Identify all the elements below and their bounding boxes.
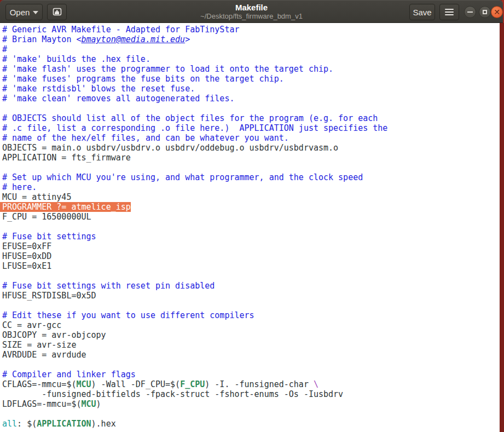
code-line: PROGRAMMER ?= atmelice_isp [2, 202, 500, 212]
code-line: # Set up which MCU you're using, and wha… [2, 172, 500, 182]
code-line: # here. [2, 182, 500, 192]
new-document-button[interactable] [47, 4, 67, 20]
code-segment: APPLICATION [37, 419, 91, 429]
code-segment: HFUSE=0xDD [2, 251, 51, 261]
code-line: # name of the hex/elf files, and can be … [2, 133, 500, 143]
gedit-window: Open Makefile ~/Desktop/fts_firmware_bdm… [0, 0, 504, 432]
code-line: LDFLAGS=-mmcu=$(MCU) [2, 399, 500, 409]
code-segment: # Generic AVR Makefile - Adapted for Fab… [2, 25, 239, 34]
code-line: EFUSE=0xFF [2, 241, 500, 251]
header-bar: Open Makefile ~/Desktop/fts_firmware_bdm… [0, 0, 503, 23]
code-line: SIZE = avr-size [2, 340, 500, 350]
close-icon: ✕ [494, 8, 500, 16]
code-segment: # [2, 44, 7, 54]
save-button[interactable]: Save [409, 4, 435, 20]
open-button[interactable]: Open [5, 4, 43, 20]
code-line [2, 301, 500, 310]
code-segment: # 'make' builds the .hex file. [2, 54, 150, 64]
code-line: OBJECTS = main.o usbdrv/usbdrv.o usbdrv/… [2, 143, 500, 153]
code-line: # .c file, list a corresponding .o file … [2, 123, 500, 133]
save-button-label: Save [413, 8, 431, 17]
code-segment: F_CPU = 16500000UL [2, 212, 91, 222]
code-line: HFUSE_RSTDISBL=0x5D [2, 291, 500, 301]
maximize-button[interactable] [479, 6, 491, 18]
code-line: CFLAGS=-mmcu=$(MCU) -Wall -DF_CPU=$(F_CP… [2, 379, 500, 389]
code-line: LFUSE=0xE1 [2, 261, 500, 271]
code-segment: # Compiler and linker flags [2, 370, 136, 379]
code-segment: ) -I. -funsigned-char [205, 379, 314, 389]
code-line: # 'make clean' removes all autogenerated… [2, 94, 500, 103]
code-segment: ) [96, 399, 101, 409]
code-segment: bmayton@media.mit.edu [82, 34, 186, 44]
code-line: # Compiler and linker flags [2, 370, 500, 379]
code-segment: OBJCOPY = avr-objcopy [2, 330, 106, 340]
code-segment: AVRDUDE = avrdude [2, 350, 86, 360]
code-line: # [2, 44, 500, 54]
code-segment: F_CPU [180, 379, 205, 389]
code-segment: ).hex [91, 419, 116, 429]
code-line [2, 163, 500, 172]
selected-text: PROGRAMMER ?= atmelice_isp [0, 202, 131, 212]
code-segment: -funsigned-bitfields -fpack-struct -fsho… [2, 389, 343, 399]
code-segment: : $( [17, 419, 37, 429]
code-line [2, 222, 500, 232]
code-segment: # 'make clean' removes all autogenerated… [2, 94, 234, 103]
code-segment: # Edit these if you want to use differen… [2, 310, 254, 320]
close-button[interactable]: ✕ [491, 6, 503, 18]
code-segment: EFUSE=0xFF [2, 241, 51, 251]
code-segment: ) -Wall -DF_CPU=$( [91, 379, 181, 389]
code-line: # Generic AVR Makefile - Adapted for Fab… [2, 25, 500, 34]
code-line [2, 103, 500, 113]
code-segment: SIZE = avr-size [2, 340, 76, 350]
code-segment: # name of the hex/elf files, and can be … [2, 133, 289, 143]
code-segment: OBJECTS = main.o usbdrv/usbdrv.o usbdrv/… [2, 143, 338, 153]
code-segment: MCU = attiny45 [2, 192, 71, 202]
new-document-icon [52, 8, 62, 17]
text-editor-area[interactable]: # Generic AVR Makefile - Adapted for Fab… [0, 23, 500, 432]
code-segment: LFUSE=0xE1 [2, 261, 51, 271]
code-line: # OBJECTS should list all of the object … [2, 113, 500, 123]
code-segment: # Set up which MCU you're using, and wha… [2, 172, 363, 182]
code-segment: # 'make rstdisbl' blows the reset fuse. [2, 84, 195, 94]
menu-button[interactable] [439, 4, 459, 20]
code-line: # Edit these if you want to use differen… [2, 310, 500, 320]
code-line: OBJCOPY = avr-objcopy [2, 330, 500, 340]
code-line [2, 271, 500, 281]
code-segment: MCU [76, 379, 91, 389]
code-line: HFUSE=0xDD [2, 251, 500, 261]
code-segment: > [185, 34, 190, 44]
menu-icon [445, 11, 454, 13]
code-segment: LDFLAGS=-mmcu=$( [2, 399, 82, 409]
code-segment: all [2, 419, 17, 429]
code-segment: # 'make fuses' programs the fuse bits on… [2, 74, 284, 84]
code-segment: # Fuse bit settings [2, 232, 96, 241]
code-segment: # Fuse bit settings with reset pin disab… [2, 281, 215, 291]
code-segment: APPLICATION = fts_firmware [2, 153, 131, 163]
code-area: # Generic AVR Makefile - Adapted for Fab… [0, 23, 500, 429]
code-line: all: $(APPLICATION).hex [2, 419, 500, 429]
code-line: MCU = attiny45 [2, 192, 500, 202]
open-button-label: Open [10, 8, 30, 17]
minimize-button[interactable] [464, 6, 476, 18]
code-line: APPLICATION = fts_firmware [2, 153, 500, 163]
code-line [2, 360, 500, 370]
code-segment: \ [314, 379, 318, 389]
maximize-icon [483, 10, 487, 14]
minimize-icon [467, 11, 473, 13]
code-line: F_CPU = 16500000UL [2, 212, 500, 222]
code-line: # Fuse bit settings with reset pin disab… [2, 281, 500, 291]
code-line: AVRDUDE = avrdude [2, 350, 500, 360]
code-line: # Brian Mayton <bmayton@media.mit.edu> [2, 34, 500, 44]
caret-down-icon [33, 11, 38, 14]
code-segment: CC = avr-gcc [2, 320, 61, 330]
code-line: # 'make rstdisbl' blows the reset fuse. [2, 84, 500, 94]
code-segment: # Brian Mayton < [2, 34, 82, 44]
code-line: # 'make flash' uses the programmer to lo… [2, 64, 500, 74]
code-segment: # 'make flash' uses the programmer to lo… [2, 64, 333, 74]
code-segment: # OBJECTS should list all of the object … [2, 113, 378, 123]
code-segment: # here. [2, 182, 37, 192]
code-segment: # .c file, list a corresponding .o file … [2, 123, 387, 133]
code-line [2, 409, 500, 419]
code-segment: MCU [82, 399, 96, 409]
code-line: # Fuse bit settings [2, 232, 500, 241]
